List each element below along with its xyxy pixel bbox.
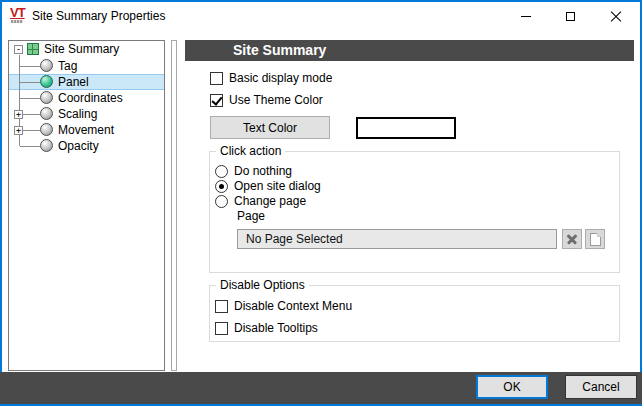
tree-item-scaling[interactable]: Scaling <box>9 106 164 122</box>
dialog-footer: OK Cancel <box>0 372 642 404</box>
browse-page-button[interactable] <box>585 229 605 249</box>
close-button[interactable] <box>593 2 638 31</box>
gray-sphere-icon <box>40 139 53 152</box>
page-field-label: Page <box>237 209 265 223</box>
panel-header: Site Summary <box>185 40 634 61</box>
app-logo-icon: VT <box>10 6 30 26</box>
app-logo-base <box>11 20 23 23</box>
gray-sphere-icon <box>40 91 53 104</box>
checkbox-icon[interactable] <box>215 322 228 335</box>
use-theme-color-checkbox[interactable]: Use Theme Color <box>210 92 323 108</box>
radio-label: Open site dialog <box>234 179 321 193</box>
disable-options-group: Disable Options Disable Context Menu Dis… <box>209 285 620 342</box>
tree-item-movement[interactable]: Movement <box>9 122 164 138</box>
radio-label: Do nothing <box>234 164 292 178</box>
maximize-icon <box>566 12 575 21</box>
tree-item-tag[interactable]: Tag <box>9 58 164 74</box>
page-document-icon <box>590 233 601 246</box>
gray-sphere-icon <box>40 123 53 136</box>
gray-sphere-icon <box>40 59 53 72</box>
tree-item-opacity[interactable]: Opacity <box>9 138 164 154</box>
tree-item-label: Scaling <box>58 106 97 122</box>
tree-item-label: Site Summary <box>44 41 119 57</box>
radio-do-nothing[interactable]: Do nothing <box>215 163 292 179</box>
tree-item-label: Panel <box>58 74 89 90</box>
checkbox-label: Use Theme Color <box>229 93 323 107</box>
caption-buttons <box>503 2 638 31</box>
radio-change-page[interactable]: Change page <box>215 193 306 209</box>
text-color-swatch <box>356 117 456 139</box>
disable-context-menu-checkbox[interactable]: Disable Context Menu <box>215 298 352 314</box>
radio-icon[interactable] <box>215 195 228 208</box>
tree-item-label: Tag <box>58 58 77 74</box>
checkbox-label: Basic display mode <box>229 71 332 85</box>
basic-display-mode-checkbox[interactable]: Basic display mode <box>210 70 332 86</box>
close-icon <box>610 11 622 23</box>
minimize-button[interactable] <box>503 2 548 31</box>
radio-open-site-dialog[interactable]: Open site dialog <box>215 178 321 194</box>
gray-sphere-icon <box>40 107 53 120</box>
minimize-icon <box>521 16 531 17</box>
click-action-group: Click action Do nothing Open site dialog… <box>209 151 620 273</box>
site-tag-icon <box>27 43 39 55</box>
tree-item-label: Movement <box>58 122 114 138</box>
tree-item-panel[interactable]: Panel <box>9 74 164 90</box>
window-title: Site Summary Properties <box>32 2 165 31</box>
cancel-button[interactable]: Cancel <box>565 375 637 399</box>
ok-button[interactable]: OK <box>476 375 548 399</box>
clear-x-icon <box>567 234 577 244</box>
radio-selected-icon[interactable] <box>215 180 228 193</box>
app-logo-text: VT <box>10 6 30 20</box>
group-label: Disable Options <box>216 278 309 292</box>
checkbox-icon[interactable] <box>215 300 228 313</box>
site-summary-properties-dialog: VT Site Summary Properties - + + Site Su… <box>0 0 642 406</box>
checkbox-label: Disable Context Menu <box>234 299 352 313</box>
checkbox-checked-icon[interactable] <box>210 94 223 107</box>
disable-tooltips-checkbox[interactable]: Disable Tooltips <box>215 320 318 336</box>
property-tree: - + + Site Summary Tag Panel Coordinates… <box>8 40 165 371</box>
tree-item-label: Coordinates <box>58 90 123 106</box>
checkbox-label: Disable Tooltips <box>234 321 318 335</box>
checkbox-icon[interactable] <box>210 72 223 85</box>
panel-splitter[interactable] <box>171 40 177 371</box>
radio-icon[interactable] <box>215 165 228 178</box>
group-label: Click action <box>216 144 285 158</box>
green-sphere-icon <box>40 75 53 88</box>
maximize-button[interactable] <box>548 2 593 31</box>
clear-page-button[interactable] <box>562 229 582 249</box>
tree-item-coordinates[interactable]: Coordinates <box>9 90 164 106</box>
tree-item-site-summary[interactable]: Site Summary <box>9 41 164 57</box>
tree-item-label: Opacity <box>58 138 99 154</box>
page-selection-field[interactable]: No Page Selected <box>237 229 557 249</box>
radio-label: Change page <box>234 194 306 208</box>
titlebar[interactable]: VT Site Summary Properties <box>2 2 640 31</box>
text-color-button[interactable]: Text Color <box>210 116 330 139</box>
